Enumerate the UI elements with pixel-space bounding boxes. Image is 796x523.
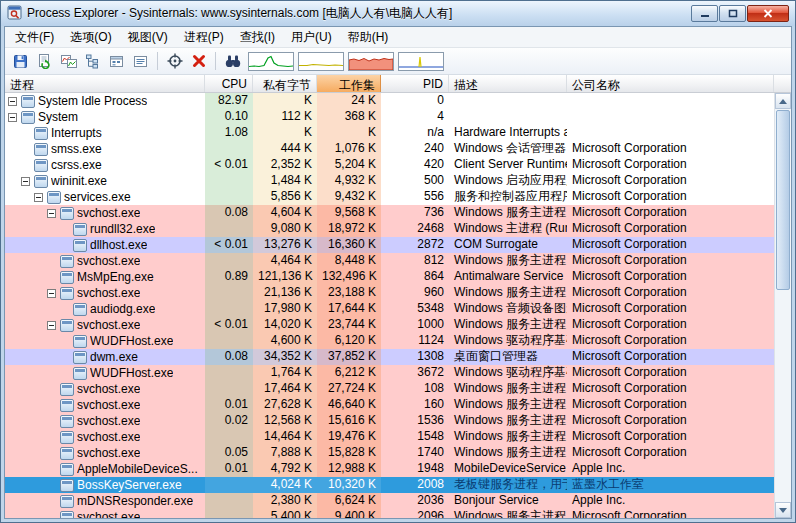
- menu-options[interactable]: 选项(O): [62, 27, 119, 48]
- toolbar: [5, 48, 791, 75]
- column-header-company[interactable]: 公司名称: [567, 75, 774, 92]
- scrollbar-track[interactable]: [775, 109, 791, 502]
- menu-users[interactable]: 用户(U): [283, 27, 340, 48]
- menu-view[interactable]: 视图(V): [120, 27, 176, 48]
- find-window-button[interactable]: [163, 50, 186, 72]
- process-row[interactable]: mDNSResponder.exe 2,380 K 6,624 K 2036 B…: [5, 493, 774, 509]
- column-header-private-bytes[interactable]: 私有字节: [253, 75, 317, 92]
- description-cell: Windows 服务主进程: [449, 413, 567, 429]
- physical-memory-graph[interactable]: [348, 52, 394, 71]
- process-row[interactable]: WUDFHost.exe 1,764 K 6,212 K 3672 Window…: [5, 365, 774, 381]
- company-cell: Microsoft Corporation: [567, 221, 774, 237]
- column-header-cpu[interactable]: CPU: [205, 75, 253, 92]
- cpu-cell: [205, 509, 253, 518]
- private-bytes-cell: K: [253, 93, 317, 109]
- save-button[interactable]: [9, 50, 32, 72]
- process-tree-button[interactable]: [81, 50, 104, 72]
- process-row[interactable]: Interrupts 1.08 K K n/a Hardware Interru…: [5, 125, 774, 141]
- scroll-down-button[interactable]: [775, 502, 791, 518]
- find-handle-dll-button[interactable]: [221, 50, 244, 72]
- tree-indent: [5, 245, 60, 246]
- commit-graph[interactable]: [298, 52, 344, 71]
- title-bar[interactable]: Process Explorer - Sysinternals: www.sys…: [1, 1, 795, 26]
- process-row[interactable]: smss.exe 444 K 1,076 K 240 Windows 会话管理器…: [5, 141, 774, 157]
- minimize-button[interactable]: [691, 5, 718, 22]
- private-bytes-cell: 444 K: [253, 141, 317, 157]
- tree-indent: [5, 341, 60, 342]
- process-row[interactable]: svchost.exe 0.02 12,568 K 15,616 K 1536 …: [5, 413, 774, 429]
- description-cell: COM Surrogate: [449, 237, 567, 253]
- pid-cell: 1548: [381, 429, 449, 445]
- process-row[interactable]: rundll32.exe 9,080 K 18,972 K 2468 Windo…: [5, 221, 774, 237]
- tree-expand-box[interactable]: [21, 177, 30, 186]
- menu-process[interactable]: 进程(P): [176, 27, 232, 48]
- process-name: System Idle Process: [38, 94, 147, 109]
- process-row[interactable]: svchost.exe 14,464 K 19,476 K 1548 Windo…: [5, 429, 774, 445]
- process-row[interactable]: MsMpEng.exe 0.89 121,136 K 132,496 K 864…: [5, 269, 774, 285]
- column-header-process[interactable]: 进程: [5, 75, 205, 92]
- tree-indent: [5, 293, 47, 294]
- process-row[interactable]: svchost.exe 5,400 K 9,400 K 2096 Windows…: [5, 509, 774, 518]
- process-name: mDNSResponder.exe: [77, 494, 193, 509]
- process-name: svchost.exe: [77, 318, 140, 333]
- process-row[interactable]: wininit.exe 1,484 K 4,932 K 500 Windows …: [5, 173, 774, 189]
- process-row[interactable]: WUDFHost.exe 4,600 K 6,120 K 1124 Window…: [5, 333, 774, 349]
- system-information-icon: [61, 54, 77, 69]
- pid-cell: 1740: [381, 445, 449, 461]
- menu-file[interactable]: 文件(F): [7, 27, 62, 48]
- tree-expand-box[interactable]: [8, 113, 17, 122]
- menu-help[interactable]: 帮助(H): [340, 27, 397, 48]
- menu-find[interactable]: 查找(I): [232, 27, 283, 48]
- working-set-cell: 9,568 K: [317, 205, 381, 221]
- process-name: rundll32.exe: [90, 222, 155, 237]
- cpu-cell: 0.08: [205, 205, 253, 221]
- process-row[interactable]: svchost.exe 17,464 K 27,724 K 108 Window…: [5, 381, 774, 397]
- tree-expand-box[interactable]: [8, 97, 17, 106]
- scroll-up-button[interactable]: [775, 93, 791, 109]
- process-name: wininit.exe: [51, 174, 107, 189]
- tree-expand-box[interactable]: [47, 289, 56, 298]
- process-row[interactable]: svchost.exe 4,464 K 8,448 K 812 Windows …: [5, 253, 774, 269]
- scrollbar-thumb[interactable]: [776, 110, 790, 290]
- refresh-button[interactable]: [33, 50, 56, 72]
- system-information-button[interactable]: [57, 50, 80, 72]
- working-set-cell: 16,360 K: [317, 237, 381, 253]
- working-set-cell: K: [317, 125, 381, 141]
- process-row[interactable]: services.exe 5,856 K 9,432 K 556 服务和控制器应…: [5, 189, 774, 205]
- window-title: Process Explorer - Sysinternals: www.sys…: [27, 5, 452, 22]
- process-row[interactable]: System 0.10 112 K 368 K 4: [5, 109, 774, 125]
- tree-expand-box[interactable]: [47, 321, 56, 330]
- pid-cell: 1536: [381, 413, 449, 429]
- vertical-scrollbar[interactable]: [774, 93, 791, 518]
- process-row[interactable]: AppleMobileDeviceS... 0.01 4,792 K 12,98…: [5, 461, 774, 477]
- process-row[interactable]: System Idle Process 82.97 K 24 K 0: [5, 93, 774, 109]
- process-row[interactable]: dwm.exe 0.08 34,352 K 37,852 K 1308 桌面窗口…: [5, 349, 774, 365]
- kill-process-button[interactable]: [187, 50, 210, 72]
- tree-expand-box[interactable]: [47, 209, 56, 218]
- cpu-cell: [205, 221, 253, 237]
- column-header-pid[interactable]: PID: [381, 75, 449, 92]
- tree-indent: [5, 149, 21, 150]
- maximize-button[interactable]: [719, 5, 746, 22]
- process-row[interactable]: svchost.exe < 0.01 14,020 K 23,744 K 100…: [5, 317, 774, 333]
- process-row[interactable]: svchost.exe 0.01 27,628 K 46,640 K 160 W…: [5, 397, 774, 413]
- process-row[interactable]: csrss.exe < 0.01 2,352 K 5,204 K 420 Cli…: [5, 157, 774, 173]
- app-icon: [7, 5, 22, 23]
- cpu-graph[interactable]: [248, 52, 294, 71]
- process-row[interactable]: dllhost.exe < 0.01 13,276 K 16,360 K 287…: [5, 237, 774, 253]
- column-header-working-set[interactable]: 工作集: [317, 75, 381, 92]
- process-row[interactable]: svchost.exe 21,136 K 23,188 K 960 Window…: [5, 285, 774, 301]
- handle-view-button[interactable]: [129, 50, 152, 72]
- process-row[interactable]: svchost.exe 0.08 4,604 K 9,568 K 736 Win…: [5, 205, 774, 221]
- close-button[interactable]: [747, 5, 789, 22]
- process-row[interactable]: audiodg.exe 17,980 K 17,644 K 5348 Windo…: [5, 301, 774, 317]
- process-row[interactable]: svchost.exe 0.05 7,888 K 15,828 K 1740 W…: [5, 445, 774, 461]
- description-cell: Windows 启动应用程序: [449, 173, 567, 189]
- io-graph[interactable]: [398, 52, 444, 71]
- dll-view-button[interactable]: [105, 50, 128, 72]
- description-cell: Bonjour Service: [449, 493, 567, 509]
- company-cell: Microsoft Corporation: [567, 173, 774, 189]
- process-row[interactable]: BossKeyServer.exe 4,024 K 10,320 K 2008 …: [5, 477, 774, 493]
- column-header-description[interactable]: 描述: [449, 75, 567, 92]
- tree-expand-box[interactable]: [34, 193, 43, 202]
